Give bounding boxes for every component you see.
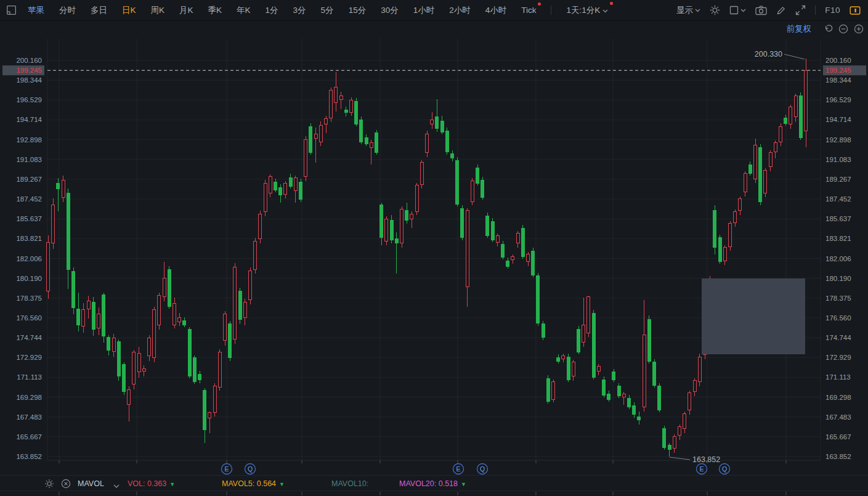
svg-text:E: E [456, 465, 460, 473]
mavol5-readout[interactable]: MAVOL5: 0.564▼ [222, 476, 285, 492]
svg-text:183.821: 183.821 [825, 235, 851, 242]
zoom-out-icon[interactable] [838, 24, 848, 34]
tab-周K[interactable]: 周K [151, 5, 165, 16]
tab-30分[interactable]: 30分 [381, 5, 399, 16]
event-marker-e[interactable]: E [453, 464, 464, 474]
top-toolbar: 苹果分时多日日K周K月K季K年K1分3分5分15分30分1小时2小时4小时Tic… [0, 0, 868, 21]
zoom-in-icon[interactable] [854, 24, 864, 34]
display-dropdown[interactable]: 显示 [676, 5, 700, 16]
tab-日K[interactable]: 日K [122, 5, 136, 16]
display-label: 显示 [676, 5, 693, 16]
event-marker-q[interactable]: Q [720, 464, 730, 474]
layout-icon [729, 6, 739, 15]
current-price-tag-left: 199.245 [2, 65, 44, 75]
pencil-icon[interactable] [776, 6, 786, 15]
event-marker-e[interactable]: E [222, 464, 232, 474]
svg-text:196.529: 196.529 [825, 96, 851, 104]
tab-1天:1分K[interactable]: 1天:1分K [566, 5, 608, 16]
svg-text:180.190: 180.190 [16, 275, 42, 282]
current-price-tag-right: 199.245 [823, 65, 866, 75]
tab-2小时[interactable]: 2小时 [449, 5, 471, 16]
triangle-down-icon: ▼ [169, 481, 175, 487]
adjust-mode-button[interactable]: 前复权 [787, 23, 812, 35]
fullscreen-icon[interactable] [795, 5, 806, 15]
vol-readout[interactable]: VOL: 0.363▼ [128, 476, 175, 492]
svg-text:185.637: 185.637 [16, 215, 42, 222]
svg-text:165.667: 165.667 [825, 433, 851, 441]
candlestick-chart[interactable]: 200.330163.852EQEQEQ200.160200.160198.34… [0, 0, 868, 496]
event-marker-e[interactable]: E [697, 464, 707, 474]
panel-toggle-icon[interactable] [850, 6, 861, 15]
mavol10-readout[interactable]: MAVOL10: [331, 476, 368, 492]
svg-text:174.744: 174.744 [825, 334, 851, 341]
session-low-label: 163.852 [692, 455, 720, 464]
svg-text:169.298: 169.298 [16, 394, 42, 401]
tab-1小时[interactable]: 1小时 [413, 5, 435, 16]
tab-年K[interactable]: 年K [237, 5, 251, 16]
svg-text:200.160: 200.160 [825, 57, 851, 64]
svg-text:191.083: 191.083 [825, 156, 851, 163]
triangle-down-icon: ▼ [461, 481, 466, 487]
tooltip-overlay-box [702, 278, 805, 354]
svg-text:163.852: 163.852 [16, 453, 42, 460]
svg-text:167.483: 167.483 [16, 413, 42, 421]
tab-月K[interactable]: 月K [179, 5, 193, 16]
chevron-down-icon [602, 9, 608, 13]
tab-15分[interactable]: 15分 [349, 5, 367, 16]
low-leader-line [670, 457, 690, 460]
event-marker-q[interactable]: Q [477, 464, 488, 474]
toolbar-divider [551, 6, 551, 15]
red-dot [538, 2, 541, 6]
tab-苹果[interactable]: 苹果 [28, 5, 44, 16]
tab-季K[interactable]: 季K [208, 5, 222, 16]
svg-text:172.929: 172.929 [16, 354, 42, 361]
grid-lines [47, 39, 821, 460]
svg-text:198.344: 198.344 [825, 76, 851, 84]
red-dot [610, 2, 613, 5]
chevron-down-icon [695, 9, 700, 12]
tab-1分[interactable]: 1分 [266, 5, 278, 16]
svg-text:198.344: 198.344 [16, 76, 42, 84]
svg-text:167.483: 167.483 [825, 413, 851, 421]
indicator-bar: MAVOL VOL: 0.363▼ MAVOL5: 0.564▼ MAVOL10… [0, 475, 868, 491]
svg-text:176.560: 176.560 [825, 314, 851, 322]
svg-text:Q: Q [248, 465, 253, 473]
window-icon[interactable] [6, 5, 17, 15]
svg-text:199.245: 199.245 [16, 67, 42, 74]
svg-text:E: E [699, 465, 704, 473]
svg-text:194.714: 194.714 [825, 116, 851, 123]
gear-icon[interactable] [710, 5, 720, 15]
camera-icon[interactable] [755, 6, 767, 15]
tab-3分[interactable]: 3分 [293, 5, 306, 16]
svg-text:185.637: 185.637 [825, 215, 851, 222]
svg-text:Q: Q [480, 465, 485, 473]
close-indicator-icon[interactable] [61, 479, 71, 495]
svg-text:192.898: 192.898 [16, 136, 42, 144]
indicator-chevron-icon[interactable] [113, 482, 120, 496]
svg-text:182.006: 182.006 [16, 255, 42, 262]
svg-text:169.298: 169.298 [825, 394, 851, 401]
tab-分时[interactable]: 分时 [59, 5, 76, 16]
mavol20-readout[interactable]: MAVOL20: 0.518▼ [399, 476, 466, 492]
f10-button[interactable]: F10 [825, 6, 840, 15]
svg-text:E: E [224, 465, 229, 473]
svg-text:199.245: 199.245 [825, 67, 851, 74]
tab-4小时[interactable]: 4小时 [485, 5, 507, 16]
reset-zoom-icon[interactable] [823, 24, 833, 34]
svg-text:172.929: 172.929 [825, 354, 851, 361]
tab-5分[interactable]: 5分 [321, 5, 334, 16]
toolbar-right: 显示 F10 [676, 5, 861, 16]
svg-text:174.744: 174.744 [16, 334, 42, 341]
svg-text:Q: Q [722, 465, 727, 473]
event-marker-q[interactable]: Q [245, 464, 256, 474]
indicator-settings-icon[interactable] [44, 479, 54, 495]
svg-text:180.190: 180.190 [825, 275, 851, 282]
svg-text:165.667: 165.667 [16, 433, 42, 441]
svg-text:187.452: 187.452 [16, 195, 42, 203]
tab-Tick[interactable]: Tick [521, 6, 536, 15]
svg-text:191.083: 191.083 [16, 156, 42, 163]
session-high-label: 200.330 [755, 50, 782, 59]
tab-多日[interactable]: 多日 [91, 5, 107, 16]
layout-dropdown[interactable] [729, 6, 746, 15]
indicator-name[interactable]: MAVOL [78, 476, 104, 492]
